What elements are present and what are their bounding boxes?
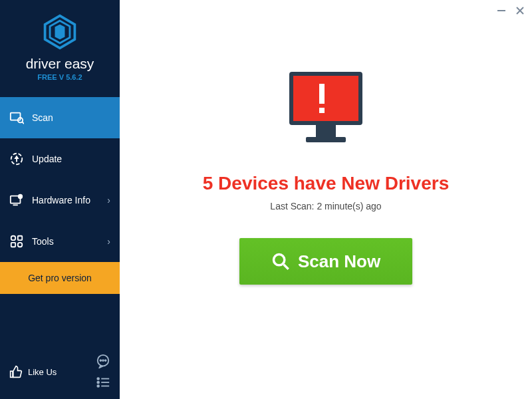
sidebar-item-hardware-info[interactable]: i Hardware Info ›: [0, 180, 120, 221]
thumbs-up-icon: [9, 365, 23, 378]
brand-version: FREE V 5.6.2: [0, 73, 120, 81]
bottom-icon-stack: [96, 354, 110, 390]
svg-rect-14: [18, 243, 22, 247]
brand-name: driver easy: [0, 56, 120, 72]
sidebar-item-label: Tools: [32, 236, 107, 247]
feedback-button[interactable]: [96, 354, 110, 368]
svg-line-36: [284, 265, 289, 269]
update-icon: [9, 152, 24, 166]
svg-rect-13: [11, 243, 15, 247]
hardware-info-icon: i: [9, 193, 24, 207]
svg-point-17: [100, 360, 101, 361]
svg-line-4: [22, 122, 24, 124]
chevron-right-icon: ›: [107, 195, 110, 205]
chat-icon: [96, 354, 110, 368]
sidebar-item-label: Scan: [32, 112, 110, 123]
svg-rect-33: [316, 125, 336, 137]
svg-point-35: [273, 255, 284, 265]
sidebar-item-scan[interactable]: Scan: [0, 97, 120, 138]
svg-rect-11: [11, 236, 15, 240]
last-scan-text: Last Scan: 2 minute(s) ago: [270, 201, 381, 211]
scan-icon: [9, 110, 24, 125]
minimize-button[interactable]: [496, 5, 507, 16]
svg-rect-34: [306, 137, 346, 142]
svg-rect-31: [319, 84, 325, 104]
svg-point-22: [97, 382, 99, 384]
get-pro-label: Get pro version: [28, 273, 92, 283]
app-logo: [41, 13, 78, 51]
sidebar-bottom: Like Us: [0, 346, 120, 399]
svg-rect-30: [293, 76, 358, 121]
main-panel: 5 Devices have New Drivers Last Scan: 2 …: [120, 0, 532, 399]
svg-rect-2: [11, 113, 21, 120]
svg-rect-15: [11, 371, 13, 377]
sidebar-item-label: Update: [32, 154, 110, 164]
svg-point-18: [102, 360, 104, 361]
tools-icon: [9, 234, 24, 249]
alert-monitor-graphic: [283, 66, 369, 153]
minimize-icon: [497, 6, 506, 15]
close-button[interactable]: [515, 5, 525, 16]
sidebar-item-label: Hardware Info: [32, 195, 107, 205]
scan-now-button[interactable]: Scan Now: [239, 238, 412, 285]
scan-now-label: Scan Now: [298, 251, 380, 272]
svg-point-20: [97, 378, 99, 380]
search-icon: [271, 252, 290, 271]
window-controls: [496, 5, 525, 16]
like-us-label: Like Us: [28, 367, 57, 377]
sidebar-item-update[interactable]: Update: [0, 138, 120, 180]
sidebar: driver easy FREE V 5.6.2 Scan: [0, 0, 120, 399]
brand-block: driver easy FREE V 5.6.2: [0, 0, 120, 88]
get-pro-button[interactable]: Get pro version: [0, 262, 120, 294]
svg-marker-6: [14, 156, 19, 162]
headline-text: 5 Devices have New Drivers: [203, 173, 449, 194]
close-icon: [515, 6, 525, 15]
svg-rect-12: [18, 236, 22, 240]
app-window: driver easy FREE V 5.6.2 Scan: [0, 0, 532, 399]
svg-rect-32: [319, 108, 325, 113]
sidebar-item-tools[interactable]: Tools ›: [0, 221, 120, 262]
svg-point-19: [105, 360, 106, 361]
list-icon: [96, 375, 110, 390]
nav: Scan Update: [0, 97, 120, 294]
like-us-button[interactable]: Like Us: [9, 365, 96, 378]
menu-button[interactable]: [96, 375, 110, 390]
svg-point-24: [97, 385, 99, 387]
chevron-right-icon: ›: [107, 236, 110, 247]
